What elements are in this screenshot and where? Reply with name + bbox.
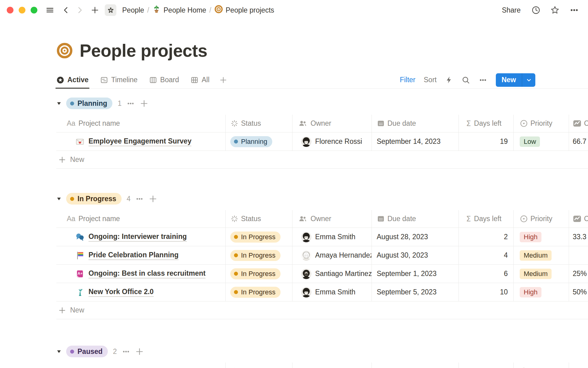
column-header-project-name[interactable]: AaProject name bbox=[56, 362, 226, 368]
due-date-cell[interactable]: September 14, 2023 bbox=[372, 132, 459, 151]
tab-all[interactable]: All bbox=[190, 71, 209, 88]
sidebar-toggle-icon[interactable] bbox=[45, 6, 55, 15]
automation-bolt-icon[interactable] bbox=[445, 76, 453, 84]
group-pill-planning[interactable]: Planning bbox=[66, 98, 112, 109]
project-name-cell[interactable]: Ongoing: Interviewer training bbox=[56, 228, 226, 246]
column-header-status[interactable]: Status bbox=[226, 362, 292, 368]
owner-cell[interactable]: Amaya Hernandez bbox=[292, 246, 372, 264]
tab-timeline[interactable]: Timeline bbox=[100, 71, 138, 88]
group-more-icon[interactable] bbox=[135, 194, 144, 203]
days-left-cell[interactable]: 2 bbox=[459, 228, 514, 246]
owner-cell[interactable]: Emma Smith bbox=[292, 228, 372, 246]
priority-cell[interactable]: Medium bbox=[514, 265, 569, 283]
updates-clock-icon[interactable] bbox=[531, 5, 541, 15]
project-name-cell[interactable]: New York Office 2.0 bbox=[56, 283, 226, 301]
completion-cell[interactable]: 66.7 bbox=[569, 132, 588, 151]
column-header-due-date[interactable]: Due date bbox=[372, 115, 459, 132]
status-cell[interactable]: Planning bbox=[226, 132, 292, 151]
days-left-cell[interactable]: 4 bbox=[459, 246, 514, 264]
due-date-cell[interactable]: September 1, 2023 bbox=[372, 265, 459, 283]
project-name-cell[interactable]: Pride Celebration Planning bbox=[56, 246, 226, 264]
completion-cell[interactable]: 33.3 bbox=[569, 228, 588, 246]
tab-active[interactable]: Active bbox=[56, 71, 89, 88]
column-header-days-left[interactable]: ΣDays left bbox=[459, 362, 514, 368]
new-record-button[interactable]: New bbox=[496, 73, 535, 87]
column-header-owner[interactable]: Owner bbox=[292, 210, 372, 228]
column-header-completion[interactable]: C bbox=[569, 115, 588, 132]
priority-cell[interactable]: Low bbox=[514, 132, 569, 151]
group-more-icon[interactable] bbox=[126, 99, 135, 108]
column-header-priority[interactable]: Priority bbox=[514, 210, 569, 228]
project-name-cell[interactable]: Employee Engagement Survey bbox=[56, 132, 226, 151]
more-options-icon[interactable] bbox=[569, 5, 579, 15]
breadcrumb-item-people-home[interactable]: People Home bbox=[152, 5, 206, 15]
column-header-owner[interactable]: Owner bbox=[292, 362, 372, 368]
due-date-cell[interactable]: September 5, 2023 bbox=[372, 283, 459, 301]
days-left-cell[interactable]: 6 bbox=[459, 265, 514, 283]
column-header-owner[interactable]: Owner bbox=[292, 115, 372, 132]
due-date-cell[interactable]: August 28, 2023 bbox=[372, 228, 459, 246]
project-link[interactable]: New York Office 2.0 bbox=[89, 288, 154, 297]
project-link[interactable]: Ongoing: Interviewer training bbox=[89, 232, 187, 242]
days-left-cell[interactable]: 10 bbox=[459, 283, 514, 301]
column-header-days-left[interactable]: ΣDays left bbox=[459, 115, 514, 132]
column-header-project-name[interactable]: AaProject name bbox=[56, 115, 226, 132]
close-window-button[interactable] bbox=[7, 7, 13, 13]
column-header-priority[interactable]: Priority bbox=[514, 115, 569, 132]
breadcrumb-item-people[interactable]: People bbox=[105, 4, 144, 16]
column-header-status[interactable]: Status bbox=[226, 115, 292, 132]
new-row-button[interactable]: New bbox=[56, 301, 588, 319]
project-name-cell[interactable]: Ongoing: Best in class recruitment bbox=[56, 265, 226, 283]
status-cell[interactable]: In Progress bbox=[226, 283, 292, 301]
view-options-icon[interactable] bbox=[478, 75, 488, 85]
project-link[interactable]: Employee Engagement Survey bbox=[89, 137, 191, 146]
search-icon[interactable] bbox=[462, 76, 470, 84]
status-cell[interactable]: In Progress bbox=[226, 246, 292, 264]
share-button[interactable]: Share bbox=[502, 6, 521, 14]
due-date-cell[interactable]: August 30, 2023 bbox=[372, 246, 459, 264]
group-more-icon[interactable] bbox=[122, 347, 130, 356]
completion-cell[interactable] bbox=[569, 246, 588, 264]
group-pill-paused[interactable]: Paused bbox=[66, 346, 108, 357]
project-link[interactable]: Pride Celebration Planning bbox=[89, 251, 179, 260]
breadcrumb-item-people-projects[interactable]: People projects bbox=[214, 5, 274, 15]
collapse-triangle-icon[interactable] bbox=[56, 101, 62, 106]
favorite-star-icon[interactable] bbox=[550, 5, 560, 15]
status-cell[interactable]: In Progress bbox=[226, 228, 292, 246]
add-view-button[interactable] bbox=[219, 76, 227, 84]
project-link[interactable]: Ongoing: Best in class recruitment bbox=[89, 269, 205, 278]
group-add-icon[interactable] bbox=[149, 194, 157, 203]
filter-button[interactable]: Filter bbox=[400, 76, 415, 84]
tab-board[interactable]: Board bbox=[149, 71, 179, 88]
sort-button[interactable]: Sort bbox=[424, 76, 437, 84]
group-add-icon[interactable] bbox=[140, 99, 149, 108]
chevron-down-icon[interactable] bbox=[522, 73, 535, 87]
status-cell[interactable]: In Progress bbox=[226, 265, 292, 283]
collapse-triangle-icon[interactable] bbox=[56, 196, 62, 201]
page-target-icon[interactable] bbox=[56, 42, 73, 59]
completion-cell[interactable]: 50% bbox=[569, 283, 588, 301]
priority-cell[interactable]: Medium bbox=[514, 246, 569, 264]
column-header-completion[interactable]: C bbox=[569, 210, 588, 228]
days-left-cell[interactable]: 19 bbox=[459, 132, 514, 151]
owner-cell[interactable]: Florence Rossi bbox=[292, 132, 372, 151]
group-pill-in-progress[interactable]: In Progress bbox=[66, 193, 122, 205]
owner-cell[interactable]: Emma Smith bbox=[292, 283, 372, 301]
column-header-due-date[interactable]: Due date bbox=[372, 362, 459, 368]
page-title[interactable]: People projects bbox=[80, 40, 207, 61]
column-header-completion[interactable]: C bbox=[569, 362, 588, 368]
column-header-priority[interactable]: Priority bbox=[514, 362, 569, 368]
minimize-window-button[interactable] bbox=[19, 7, 25, 13]
column-header-due-date[interactable]: Due date bbox=[372, 210, 459, 228]
completion-cell[interactable]: 25% bbox=[569, 265, 588, 283]
forward-button[interactable] bbox=[75, 6, 84, 14]
priority-cell[interactable]: High bbox=[514, 283, 569, 301]
column-header-days-left[interactable]: ΣDays left bbox=[459, 210, 514, 228]
column-header-status[interactable]: Status bbox=[226, 210, 292, 228]
collapse-triangle-icon[interactable] bbox=[56, 349, 62, 354]
new-tab-button[interactable] bbox=[91, 6, 99, 14]
group-add-icon[interactable] bbox=[135, 347, 144, 356]
new-row-button[interactable]: New bbox=[56, 151, 588, 169]
zoom-window-button[interactable] bbox=[31, 7, 37, 13]
column-header-project-name[interactable]: AaProject name bbox=[56, 210, 226, 228]
